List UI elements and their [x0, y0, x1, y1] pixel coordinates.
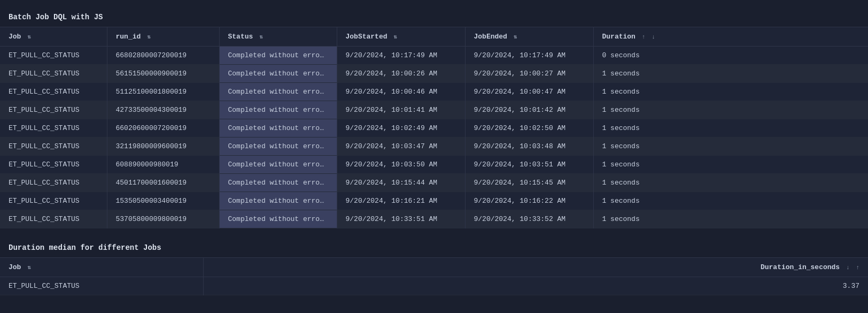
top-table-title: Batch Job DQL with JS: [0, 9, 868, 27]
table-cell: Completed without errors: [219, 210, 337, 228]
bot-col-header-duration[interactable]: Duration_in_seconds ↓ ↑: [203, 258, 868, 277]
col-header-runid[interactable]: run_id ⇅: [107, 27, 219, 47]
col-header-duration-sort-icon: ↑: [642, 34, 646, 40]
col-header-jobstarted-sort-icon: ⇅: [393, 33, 397, 40]
bot-col-header-duration-sort-icon2: ↑: [856, 264, 859, 271]
col-header-jobstarted-label: JobStarted: [346, 33, 387, 41]
table-row: ET_PULL_CC_STATUS608890000980019Complete…: [0, 156, 868, 174]
table-cell: 9/20/2024, 10:15:44 AM: [337, 174, 465, 192]
table-row: ET_PULL_CC_STATUS66802800007200019Comple…: [0, 47, 868, 65]
table-cell: 9/20/2024, 10:00:27 AM: [465, 65, 593, 83]
table-row: ET_PULL_CC_STATUS51125100001800019Comple…: [0, 83, 868, 101]
col-header-job-sort-icon: ⇅: [27, 33, 31, 40]
table-cell: Completed without errors: [219, 119, 337, 138]
table-cell: 9/20/2024, 10:16:22 AM: [465, 192, 593, 210]
table-row: ET_PULL_CC_STATUS66020600007200019Comple…: [0, 119, 868, 138]
col-header-duration-sort-icon2: ↓: [652, 34, 655, 40]
table-cell: ET_PULL_CC_STATUS: [0, 156, 107, 174]
bottom-table-body: ET_PULL_CC_STATUS3.37: [0, 277, 868, 295]
table-cell: ET_PULL_CC_STATUS: [0, 192, 107, 210]
table-cell: 32119800009600019: [107, 138, 219, 156]
table-cell: 53705800009800019: [107, 210, 219, 228]
table-cell: 9/20/2024, 10:03:50 AM: [337, 156, 465, 174]
table-cell: 9/20/2024, 10:17:49 AM: [337, 47, 465, 65]
table-cell: 15350500003400019: [107, 192, 219, 210]
table-row: ET_PULL_CC_STATUS53705800009800019Comple…: [0, 210, 868, 228]
table-cell: 9/20/2024, 10:01:42 AM: [465, 101, 593, 119]
bot-col-header-duration-label: Duration_in_seconds: [761, 263, 840, 271]
table-cell: 9/20/2024, 10:00:46 AM: [337, 83, 465, 101]
table-cell: 3.37: [203, 277, 868, 295]
table-cell: ET_PULL_CC_STATUS: [0, 101, 107, 119]
table-cell: 42733500004300019: [107, 101, 219, 119]
table-cell: 9/20/2024, 10:00:47 AM: [465, 83, 593, 101]
table-cell: ET_PULL_CC_STATUS: [0, 174, 107, 192]
table-cell: Completed without errors: [219, 83, 337, 101]
table-row: ET_PULL_CC_STATUS32119800009600019Comple…: [0, 138, 868, 156]
table-cell: 66802800007200019: [107, 47, 219, 65]
col-header-jobended-label: JobEnded: [474, 33, 507, 41]
table-cell: Completed without errors: [219, 65, 337, 83]
table-cell: 66020600007200019: [107, 119, 219, 138]
col-header-status[interactable]: Status ⇅: [219, 27, 337, 47]
table-cell: 51125100001800019: [107, 83, 219, 101]
table-cell: Completed without errors: [219, 174, 337, 192]
col-header-status-sort-icon: ⇅: [259, 33, 263, 40]
table-cell: 1 seconds: [593, 210, 868, 228]
table-cell: Completed without errors: [219, 101, 337, 119]
bot-col-header-job[interactable]: Job ⇅: [0, 258, 203, 277]
table-cell: 608890000980019: [107, 156, 219, 174]
table-row: ET_PULL_CC_STATUS56151500000900019Comple…: [0, 65, 868, 83]
col-header-runid-sort-icon: ⇅: [147, 33, 151, 40]
table-cell: ET_PULL_CC_STATUS: [0, 138, 107, 156]
table-cell: 1 seconds: [593, 83, 868, 101]
col-header-status-label: Status: [228, 33, 253, 41]
table-cell: ET_PULL_CC_STATUS: [0, 83, 107, 101]
bottom-table: Job ⇅ Duration_in_seconds ↓ ↑ ET_PULL_CC…: [0, 258, 868, 295]
col-header-duration-label: Duration: [602, 33, 636, 41]
table-cell: ET_PULL_CC_STATUS: [0, 119, 107, 138]
top-table-body: ET_PULL_CC_STATUS66802800007200019Comple…: [0, 47, 868, 228]
table-cell: 1 seconds: [593, 65, 868, 83]
table-row: ET_PULL_CC_STATUS42733500004300019Comple…: [0, 101, 868, 119]
table-cell: 9/20/2024, 10:03:51 AM: [465, 156, 593, 174]
table-row: ET_PULL_CC_STATUS45011700001600019Comple…: [0, 174, 868, 192]
table-cell: Completed without errors: [219, 47, 337, 65]
table-cell: 1 seconds: [593, 174, 868, 192]
col-header-runid-label: run_id: [116, 33, 141, 41]
col-header-jobstarted[interactable]: JobStarted ⇅: [337, 27, 465, 47]
bot-col-header-job-sort-icon: ⇅: [27, 264, 31, 271]
col-header-job[interactable]: Job ⇅: [0, 27, 107, 47]
table-cell: 56151500000900019: [107, 65, 219, 83]
bottom-table-container: Job ⇅ Duration_in_seconds ↓ ↑ ET_PULL_CC…: [0, 257, 868, 295]
table-cell: Completed without errors: [219, 138, 337, 156]
table-cell: ET_PULL_CC_STATUS: [0, 277, 203, 295]
table-cell: 1 seconds: [593, 119, 868, 138]
table-cell: 0 seconds: [593, 47, 868, 65]
table-row: ET_PULL_CC_STATUS3.37: [0, 277, 868, 295]
bottom-table-header-row: Job ⇅ Duration_in_seconds ↓ ↑: [0, 258, 868, 277]
table-cell: 9/20/2024, 10:03:47 AM: [337, 138, 465, 156]
table-cell: 1 seconds: [593, 156, 868, 174]
table-cell: 9/20/2024, 10:03:48 AM: [465, 138, 593, 156]
col-header-job-label: Job: [9, 33, 21, 41]
table-cell: 1 seconds: [593, 138, 868, 156]
table-cell: 9/20/2024, 10:02:50 AM: [465, 119, 593, 138]
bot-col-header-job-label: Job: [9, 263, 21, 271]
bottom-section: Duration median for different Jobs Job ⇅…: [0, 239, 868, 295]
table-cell: ET_PULL_CC_STATUS: [0, 47, 107, 65]
table-cell: Completed without errors: [219, 156, 337, 174]
table-cell: 9/20/2024, 10:02:49 AM: [337, 119, 465, 138]
col-header-duration[interactable]: Duration ↑ ↓: [593, 27, 868, 47]
table-cell: 45011700001600019: [107, 174, 219, 192]
table-cell: 9/20/2024, 10:01:41 AM: [337, 101, 465, 119]
bottom-table-title: Duration median for different Jobs: [0, 239, 868, 257]
table-cell: 9/20/2024, 10:33:52 AM: [465, 210, 593, 228]
table-cell: 9/20/2024, 10:16:21 AM: [337, 192, 465, 210]
col-header-jobended-sort-icon: ⇅: [514, 33, 517, 40]
top-table: Job ⇅ run_id ⇅ Status ⇅ JobStarted ⇅: [0, 27, 868, 228]
col-header-jobended[interactable]: JobEnded ⇅: [465, 27, 593, 47]
page-container: Batch Job DQL with JS Job ⇅ run_id ⇅ Sta…: [0, 0, 868, 304]
table-cell: 1 seconds: [593, 192, 868, 210]
table-cell: Completed without errors: [219, 192, 337, 210]
